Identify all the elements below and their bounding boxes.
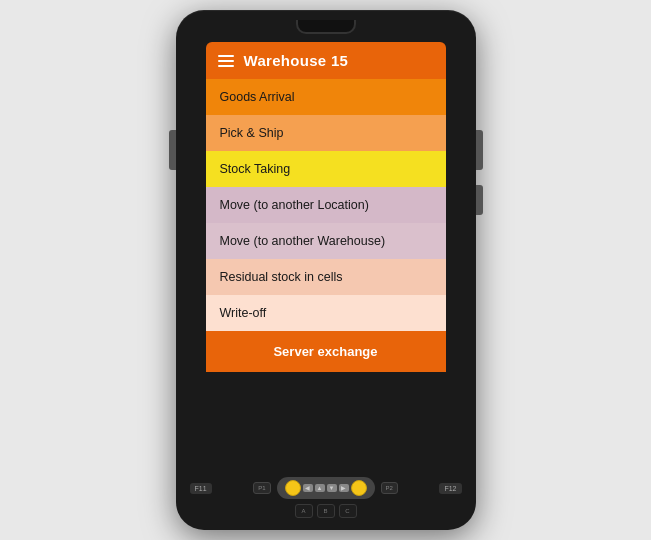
keypad: F11 P1 ◀ ▲ ▼ ▶ [176, 471, 476, 530]
menu-item-goods-arrival[interactable]: Goods Arrival [206, 79, 446, 115]
key-c[interactable]: C [339, 504, 357, 518]
menu-item-residual[interactable]: Residual stock in cells [206, 259, 446, 295]
device-top [176, 10, 476, 34]
nav-down[interactable]: ▼ [327, 484, 337, 492]
nav-oval: ◀ ▲ ▼ ▶ [277, 477, 375, 499]
nav-up[interactable]: ▲ [315, 484, 325, 492]
app-header: Warehouse 15 [206, 42, 446, 79]
f12-key[interactable]: F12 [439, 483, 461, 494]
nav-cluster: P1 ◀ ▲ ▼ ▶ P2 [253, 477, 398, 499]
alpha-key-row: A B C [295, 504, 357, 518]
menu-item-writeoff[interactable]: Write-off [206, 295, 446, 331]
key-a[interactable]: A [295, 504, 313, 518]
menu-item-move-location[interactable]: Move (to another Location) [206, 187, 446, 223]
side-button-left[interactable] [169, 130, 176, 170]
f11-key[interactable]: F11 [190, 483, 212, 494]
p1-key[interactable]: P1 [253, 482, 270, 494]
p2-key[interactable]: P2 [381, 482, 398, 494]
nav-right[interactable]: ▶ [339, 484, 349, 492]
warehouse-title: Warehouse 15 [244, 52, 349, 69]
screen: Warehouse 15 Goods Arrival Pick & Ship S… [206, 42, 446, 471]
side-button-right[interactable] [476, 130, 483, 170]
nav-left[interactable]: ◀ [303, 484, 313, 492]
side-button-right2[interactable] [476, 185, 483, 215]
menu-list: Goods Arrival Pick & Ship Stock Taking M… [206, 79, 446, 471]
menu-item-move-warehouse[interactable]: Move (to another Warehouse) [206, 223, 446, 259]
menu-item-server-exchange[interactable]: Server exchange [206, 331, 446, 372]
yellow-right-button[interactable] [351, 480, 367, 496]
menu-item-stock-taking[interactable]: Stock Taking [206, 151, 446, 187]
yellow-left-button[interactable] [285, 480, 301, 496]
key-b[interactable]: B [317, 504, 335, 518]
scanner-bump [296, 20, 356, 34]
device: Warehouse 15 Goods Arrival Pick & Ship S… [176, 10, 476, 530]
menu-item-pick-ship[interactable]: Pick & Ship [206, 115, 446, 151]
hamburger-menu-button[interactable] [218, 55, 234, 67]
function-key-row: F11 P1 ◀ ▲ ▼ ▶ [186, 477, 466, 499]
